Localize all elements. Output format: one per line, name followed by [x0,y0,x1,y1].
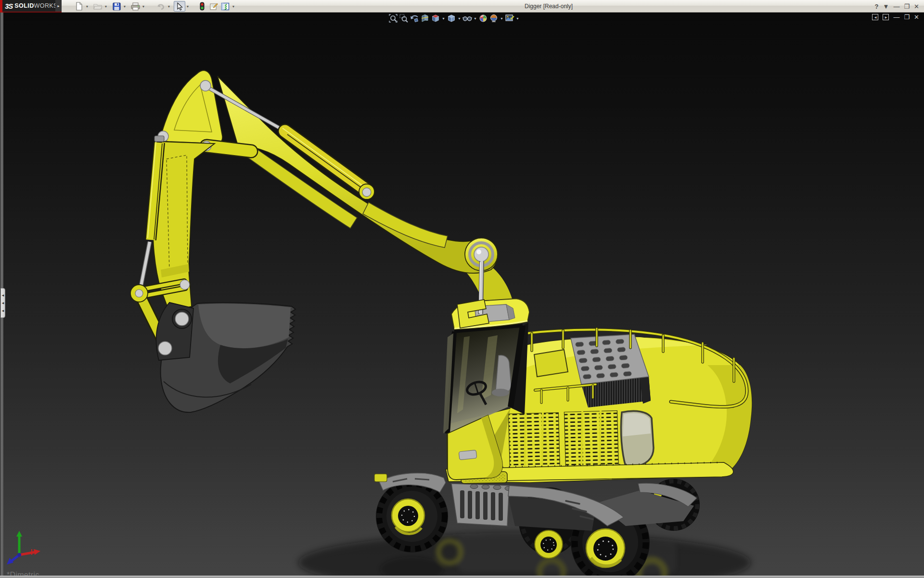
view-orientation-button[interactable] [430,13,441,23]
rebuild-traffic-light-icon [200,2,205,11]
section-view-button[interactable] [420,13,430,23]
digger-model[interactable] [0,13,924,578]
graphics-viewport[interactable]: ◀ ◀ ◀ ▼ ▼ ▼ ▼ [0,13,924,578]
apply-scene-icon [489,14,498,23]
window-controls: ? ▼ — ❐ ✕ [875,0,919,13]
open-icon [93,2,103,10]
select-button[interactable] [174,1,185,12]
window-title: Digger [Read-only] [525,3,573,10]
rebuild-button[interactable] [196,1,208,12]
apply-scene-dropdown[interactable]: ▼ [499,17,504,20]
help-dropdown[interactable]: ▼ [883,3,889,10]
zoom-to-area-button[interactable] [398,13,409,23]
edit-appearance-icon [479,14,488,23]
previous-view-button[interactable] [409,13,420,23]
zoom-to-fit-button[interactable] [388,13,398,23]
hide-show-items-dropdown[interactable]: ▼ [473,17,478,20]
new-document-button[interactable] [73,1,85,12]
display-style-button[interactable] [446,13,457,23]
display-style-icon [447,14,456,23]
print-button[interactable] [129,1,141,12]
options-icon [221,2,230,11]
apply-scene-button[interactable] [488,13,499,23]
undo-icon [156,2,166,11]
standard-toolbar: ▼ ▼ ▼ ▼ ▼ ▼ ▼ [73,0,238,12]
pane-left-icon[interactable]: ◀ [872,14,878,20]
restore-button[interactable]: ❐ [904,3,910,10]
bucket[interactable] [156,302,295,412]
select-dropdown[interactable]: ▼ [185,5,190,8]
hide-show-items-button[interactable] [462,13,473,23]
open-button[interactable] [92,1,103,12]
file-properties-icon [209,2,218,11]
document-close-button[interactable]: ✕ [914,14,919,20]
print-icon [131,2,140,11]
help-button[interactable]: ? [875,3,879,10]
zoom-to-area-icon [399,14,408,23]
view-settings-dropdown[interactable]: ▼ [515,17,520,20]
viewport-bottom-frame [0,576,924,578]
options-button[interactable] [219,1,231,12]
view-settings-icon [505,14,514,23]
minimize-button[interactable]: — [893,3,899,10]
logo-flyout-arrow-icon[interactable]: ▸ [55,0,62,12]
brand-name-light: WORKS [34,2,58,9]
file-properties-button[interactable] [208,1,219,12]
zoom-to-fit-icon [389,14,398,23]
options-dropdown[interactable]: ▼ [231,5,236,8]
solidworks-logo[interactable]: 3S SOLIDWORKS ▸ [0,0,62,13]
document-window-controls: ◀ ▶ — ❐ ✕ [872,14,919,20]
hide-show-items-icon [462,14,472,23]
select-cursor-icon [176,2,183,11]
save-dropdown[interactable]: ▼ [122,5,127,8]
document-restore-button[interactable]: ❐ [904,14,910,20]
featuremanager-collapse-handle[interactable]: ◀ ◀ ◀ [0,288,5,318]
close-button[interactable]: ✕ [914,3,919,10]
print-dropdown[interactable]: ▼ [141,5,146,8]
open-dropdown[interactable]: ▼ [103,5,108,8]
collapse-arrow-icon: ◀ [2,294,4,297]
dassault-3s-mark: 3S [5,2,13,10]
new-dropdown[interactable]: ▼ [85,5,90,8]
orientation-triad [7,531,40,565]
view-settings-button[interactable] [504,13,515,23]
logo-red-stripe [0,0,2,13]
collapse-arrow-icon: ◀ [2,302,4,304]
brand-name-bold: SOLID [14,2,34,9]
undo-dropdown[interactable]: ▼ [167,5,171,8]
undo-button[interactable] [155,1,167,12]
new-document-icon [75,2,83,11]
view-orientation-icon [431,14,440,23]
display-style-dropdown[interactable]: ▼ [457,17,462,20]
save-icon [113,2,121,11]
section-view-icon [421,14,429,23]
edit-appearance-button[interactable] [478,13,488,23]
previous-view-icon [410,14,419,23]
document-minimize-button[interactable]: — [893,14,899,20]
pane-right-icon[interactable]: ▶ [883,14,889,20]
title-bar: 3S SOLIDWORKS ▸ ▼ ▼ ▼ ▼ ▼ ▼ ▼ [0,0,924,13]
view-orientation-dropdown[interactable]: ▼ [441,17,446,20]
collapse-arrow-icon: ◀ [2,309,4,312]
save-button[interactable] [111,1,122,12]
heads-up-view-toolbar: ▼ ▼ ▼ ▼ ▼ [388,13,520,23]
